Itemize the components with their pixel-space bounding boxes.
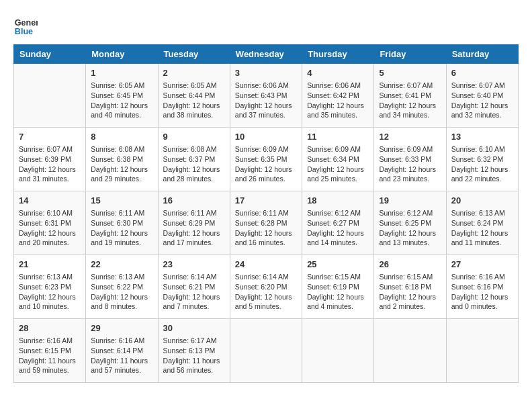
calendar-cell: 12Sunrise: 6:09 AM Sunset: 6:33 PM Dayli…: [374, 128, 446, 191]
day-info: Sunrise: 6:07 AM Sunset: 6:40 PM Dayligh…: [451, 81, 513, 120]
header-row: SundayMondayTuesdayWednesdayThursdayFrid…: [14, 45, 519, 64]
day-number: 14: [19, 195, 81, 207]
day-info: Sunrise: 6:06 AM Sunset: 6:43 PM Dayligh…: [235, 81, 297, 120]
day-info: Sunrise: 6:10 AM Sunset: 6:31 PM Dayligh…: [19, 208, 81, 248]
calendar-cell: 13Sunrise: 6:10 AM Sunset: 6:32 PM Dayli…: [446, 128, 518, 191]
svg-text:Blue: Blue: [15, 27, 33, 36]
day-info: Sunrise: 6:16 AM Sunset: 6:15 PM Dayligh…: [19, 336, 81, 375]
calendar-cell: 18Sunrise: 6:12 AM Sunset: 6:27 PM Dayli…: [302, 191, 374, 255]
calendar-cell: 23Sunrise: 6:14 AM Sunset: 6:21 PM Dayli…: [158, 255, 230, 319]
day-number: 4: [307, 67, 369, 79]
day-number: 23: [163, 259, 225, 271]
calendar-week-2: 7Sunrise: 6:07 AM Sunset: 6:39 PM Daylig…: [14, 128, 519, 191]
calendar-cell: 9Sunrise: 6:08 AM Sunset: 6:37 PM Daylig…: [158, 128, 230, 191]
calendar-cell: [446, 319, 518, 383]
calendar-week-4: 21Sunrise: 6:13 AM Sunset: 6:23 PM Dayli…: [14, 255, 519, 319]
calendar-week-1: 1Sunrise: 6:05 AM Sunset: 6:45 PM Daylig…: [14, 64, 519, 128]
day-info: Sunrise: 6:17 AM Sunset: 6:13 PM Dayligh…: [163, 336, 225, 375]
day-info: Sunrise: 6:14 AM Sunset: 6:20 PM Dayligh…: [235, 272, 297, 312]
day-number: 26: [379, 259, 441, 271]
col-header-tuesday: Tuesday: [158, 45, 230, 64]
calendar-cell: 7Sunrise: 6:07 AM Sunset: 6:39 PM Daylig…: [14, 128, 86, 191]
day-info: Sunrise: 6:13 AM Sunset: 6:23 PM Dayligh…: [19, 272, 81, 312]
calendar-cell: 11Sunrise: 6:09 AM Sunset: 6:34 PM Dayli…: [302, 128, 374, 191]
day-info: Sunrise: 6:06 AM Sunset: 6:42 PM Dayligh…: [307, 81, 369, 120]
day-info: Sunrise: 6:13 AM Sunset: 6:24 PM Dayligh…: [451, 208, 513, 248]
day-number: 17: [235, 195, 297, 207]
day-info: Sunrise: 6:14 AM Sunset: 6:21 PM Dayligh…: [163, 272, 225, 312]
logo-icon: General Blue: [13, 13, 38, 38]
calendar-cell: [14, 64, 86, 128]
day-number: 30: [163, 322, 225, 334]
day-info: Sunrise: 6:07 AM Sunset: 6:41 PM Dayligh…: [379, 81, 441, 120]
day-number: 8: [91, 131, 152, 143]
calendar-cell: 8Sunrise: 6:08 AM Sunset: 6:38 PM Daylig…: [86, 128, 158, 191]
day-number: 11: [307, 131, 369, 143]
day-info: Sunrise: 6:12 AM Sunset: 6:27 PM Dayligh…: [307, 208, 369, 248]
day-info: Sunrise: 6:10 AM Sunset: 6:32 PM Dayligh…: [451, 144, 513, 184]
calendar-cell: 4Sunrise: 6:06 AM Sunset: 6:42 PM Daylig…: [302, 64, 374, 128]
calendar-cell: 10Sunrise: 6:09 AM Sunset: 6:35 PM Dayli…: [230, 128, 302, 191]
calendar-cell: 20Sunrise: 6:13 AM Sunset: 6:24 PM Dayli…: [446, 191, 518, 255]
day-number: 7: [19, 131, 81, 143]
calendar-cell: 17Sunrise: 6:11 AM Sunset: 6:28 PM Dayli…: [230, 191, 302, 255]
day-number: 16: [163, 195, 225, 207]
day-info: Sunrise: 6:16 AM Sunset: 6:14 PM Dayligh…: [91, 336, 152, 375]
calendar-cell: 2Sunrise: 6:05 AM Sunset: 6:44 PM Daylig…: [158, 64, 230, 128]
col-header-wednesday: Wednesday: [230, 45, 302, 64]
calendar-cell: 1Sunrise: 6:05 AM Sunset: 6:45 PM Daylig…: [86, 64, 158, 128]
day-number: 10: [235, 131, 297, 143]
calendar-cell: [374, 319, 446, 383]
day-number: 29: [91, 322, 152, 334]
logo: General Blue: [13, 13, 40, 38]
day-number: 21: [19, 259, 81, 271]
day-number: 13: [451, 131, 513, 143]
calendar-cell: 27Sunrise: 6:16 AM Sunset: 6:16 PM Dayli…: [446, 255, 518, 319]
calendar-cell: [302, 319, 374, 383]
day-number: 15: [91, 195, 152, 207]
day-number: 3: [235, 67, 297, 79]
day-number: 5: [379, 67, 441, 79]
day-info: Sunrise: 6:05 AM Sunset: 6:45 PM Dayligh…: [91, 81, 152, 120]
day-info: Sunrise: 6:12 AM Sunset: 6:25 PM Dayligh…: [379, 208, 441, 248]
col-header-sunday: Sunday: [14, 45, 86, 64]
day-info: Sunrise: 6:13 AM Sunset: 6:22 PM Dayligh…: [91, 272, 152, 312]
calendar-cell: 22Sunrise: 6:13 AM Sunset: 6:22 PM Dayli…: [86, 255, 158, 319]
day-info: Sunrise: 6:08 AM Sunset: 6:38 PM Dayligh…: [91, 144, 152, 184]
col-header-friday: Friday: [374, 45, 446, 64]
calendar-cell: 3Sunrise: 6:06 AM Sunset: 6:43 PM Daylig…: [230, 64, 302, 128]
page-header: General Blue: [13, 13, 519, 38]
day-number: 24: [235, 259, 297, 271]
calendar-cell: 29Sunrise: 6:16 AM Sunset: 6:14 PM Dayli…: [86, 319, 158, 383]
day-info: Sunrise: 6:09 AM Sunset: 6:35 PM Dayligh…: [235, 144, 297, 184]
col-header-monday: Monday: [86, 45, 158, 64]
day-number: 28: [19, 322, 81, 334]
calendar-cell: 5Sunrise: 6:07 AM Sunset: 6:41 PM Daylig…: [374, 64, 446, 128]
calendar-week-5: 28Sunrise: 6:16 AM Sunset: 6:15 PM Dayli…: [14, 319, 519, 383]
day-info: Sunrise: 6:11 AM Sunset: 6:29 PM Dayligh…: [163, 208, 225, 248]
calendar-cell: 25Sunrise: 6:15 AM Sunset: 6:19 PM Dayli…: [302, 255, 374, 319]
day-info: Sunrise: 6:09 AM Sunset: 6:33 PM Dayligh…: [379, 144, 441, 184]
day-number: 20: [451, 195, 513, 207]
calendar-cell: 21Sunrise: 6:13 AM Sunset: 6:23 PM Dayli…: [14, 255, 86, 319]
day-info: Sunrise: 6:15 AM Sunset: 6:18 PM Dayligh…: [379, 272, 441, 312]
day-number: 2: [163, 67, 225, 79]
day-number: 9: [163, 131, 225, 143]
day-info: Sunrise: 6:05 AM Sunset: 6:44 PM Dayligh…: [163, 81, 225, 120]
calendar-week-3: 14Sunrise: 6:10 AM Sunset: 6:31 PM Dayli…: [14, 191, 519, 255]
calendar-cell: 19Sunrise: 6:12 AM Sunset: 6:25 PM Dayli…: [374, 191, 446, 255]
day-number: 6: [451, 67, 513, 79]
calendar-cell: 14Sunrise: 6:10 AM Sunset: 6:31 PM Dayli…: [14, 191, 86, 255]
day-info: Sunrise: 6:09 AM Sunset: 6:34 PM Dayligh…: [307, 144, 369, 184]
calendar-cell: 24Sunrise: 6:14 AM Sunset: 6:20 PM Dayli…: [230, 255, 302, 319]
day-info: Sunrise: 6:16 AM Sunset: 6:16 PM Dayligh…: [451, 272, 513, 312]
day-number: 19: [379, 195, 441, 207]
day-info: Sunrise: 6:15 AM Sunset: 6:19 PM Dayligh…: [307, 272, 369, 312]
day-number: 1: [91, 67, 152, 79]
day-number: 25: [307, 259, 369, 271]
day-number: 18: [307, 195, 369, 207]
calendar-cell: [230, 319, 302, 383]
calendar-cell: 28Sunrise: 6:16 AM Sunset: 6:15 PM Dayli…: [14, 319, 86, 383]
day-info: Sunrise: 6:11 AM Sunset: 6:30 PM Dayligh…: [91, 208, 152, 248]
day-info: Sunrise: 6:11 AM Sunset: 6:28 PM Dayligh…: [235, 208, 297, 248]
